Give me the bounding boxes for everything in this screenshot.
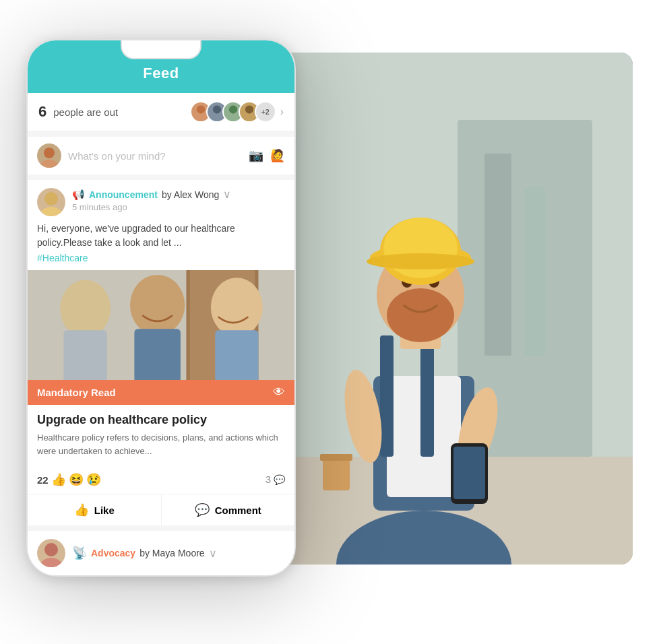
svg-point-47 xyxy=(40,558,62,567)
reaction-thumbsup[interactable]: 👍 xyxy=(51,472,66,487)
advocacy-expand-icon[interactable]: ∨ xyxy=(209,547,217,560)
svg-point-36 xyxy=(40,207,62,216)
comment-icon: 💬 xyxy=(195,503,210,517)
card-header: 📢 Announcement by Alex Wong ∨ 5 minutes … xyxy=(28,180,294,222)
input-icons: 📷 🙋 xyxy=(249,148,285,163)
svg-rect-22 xyxy=(453,447,485,499)
svg-point-40 xyxy=(60,280,111,337)
svg-rect-2 xyxy=(484,154,511,356)
post-placeholder[interactable]: What's on your mind? xyxy=(68,150,242,162)
post-input-bar: What's on your mind? 📷 🙋 xyxy=(28,137,294,174)
phone-content: 6 people are out xyxy=(28,93,294,575)
reactions-left: 22 👍 😆 😢 xyxy=(37,472,101,487)
reaction-count: 22 xyxy=(37,474,49,486)
announcement-icon: 📢 xyxy=(72,189,85,201)
svg-point-27 xyxy=(213,105,221,113)
svg-point-29 xyxy=(229,105,237,113)
avatars-row: +2 › xyxy=(190,101,284,123)
svg-rect-3 xyxy=(525,187,545,356)
maya-moore-avatar xyxy=(37,539,65,567)
eye-icon: 👁 xyxy=(273,385,285,399)
mention-icon[interactable]: 🙋 xyxy=(270,148,285,163)
post-content: Upgrade on healthcare policy Healthcare … xyxy=(28,405,294,465)
phone-notch xyxy=(121,40,201,59)
svg-point-26 xyxy=(193,115,208,123)
phone-mockup: Feed 6 people are out xyxy=(26,39,296,577)
advocacy-card: 📡 Advocacy by Maya Moore ∨ xyxy=(28,531,294,575)
svg-point-20 xyxy=(367,253,474,269)
card-author: by Alex Wong xyxy=(162,189,219,200)
people-out-bar[interactable]: 6 people are out xyxy=(28,93,294,131)
card-hashtag[interactable]: #Healthcare xyxy=(37,253,285,263)
advocacy-icon: 📡 xyxy=(72,546,87,560)
svg-point-46 xyxy=(44,543,58,556)
people-out-left: 6 people are out xyxy=(38,103,118,121)
card-text: Hi, everyone, we've upgraded to our heal… xyxy=(37,222,285,250)
advocacy-meta: 📡 Advocacy by Maya Moore ∨ xyxy=(72,546,285,560)
card-meta: 📢 Announcement by Alex Wong ∨ 5 minutes … xyxy=(72,188,285,212)
svg-point-34 xyxy=(40,160,59,168)
people-out-count: 6 xyxy=(38,103,46,121)
card-time: 5 minutes ago xyxy=(72,202,285,212)
chevron-right-icon[interactable]: › xyxy=(280,106,284,118)
advocacy-type-line: 📡 Advocacy by Maya Moore ∨ xyxy=(72,546,285,560)
reactions-bar: 22 👍 😆 😢 3 💬 xyxy=(28,465,294,494)
comment-number: 3 xyxy=(265,474,271,485)
svg-rect-23 xyxy=(323,457,350,490)
like-label: Like xyxy=(94,505,115,516)
svg-point-32 xyxy=(242,115,256,123)
reaction-sad[interactable]: 😢 xyxy=(86,472,101,487)
post-excerpt: Healthcare policy refers to decisions, p… xyxy=(37,431,285,457)
svg-point-35 xyxy=(44,192,58,205)
camera-icon[interactable]: 📷 xyxy=(249,148,263,163)
svg-point-33 xyxy=(44,148,55,158)
card-type-line: 📢 Announcement by Alex Wong ∨ xyxy=(72,188,285,201)
reaction-laughing[interactable]: 😆 xyxy=(69,472,84,487)
comment-label: Comment xyxy=(215,505,261,516)
like-icon: 👍 xyxy=(74,503,89,517)
svg-point-30 xyxy=(226,115,240,123)
advocacy-author: by Maya Moore xyxy=(139,548,204,558)
svg-point-25 xyxy=(197,105,205,113)
card-expand-icon[interactable]: ∨ xyxy=(223,188,231,201)
comment-bubble-icon: 💬 xyxy=(274,474,285,485)
svg-point-28 xyxy=(210,115,224,123)
advocacy-label: Advocacy xyxy=(91,548,135,558)
action-bar: 👍 Like 💬 Comment xyxy=(28,494,294,525)
announcement-card: 📢 Announcement by Alex Wong ∨ 5 minutes … xyxy=(28,180,294,525)
post-title: Upgrade on healthcare policy xyxy=(37,413,285,427)
phone-body: Feed 6 people are out xyxy=(26,39,296,577)
card-body: Hi, everyone, we've upgraded to our heal… xyxy=(28,222,294,270)
svg-point-44 xyxy=(211,278,263,337)
svg-point-42 xyxy=(130,275,185,335)
svg-rect-24 xyxy=(320,454,352,461)
like-button[interactable]: 👍 Like xyxy=(28,494,162,525)
feed-title: Feed xyxy=(143,65,179,82)
comment-button[interactable]: 💬 Comment xyxy=(162,494,295,525)
svg-point-31 xyxy=(245,105,253,113)
user-avatar xyxy=(37,143,61,168)
mandatory-banner: Mandatory Read 👁 xyxy=(28,380,294,405)
comment-count-display: 3 💬 xyxy=(265,474,285,485)
post-image: Mandatory Read 👁 xyxy=(28,270,294,405)
svg-rect-9 xyxy=(420,335,434,457)
scene: Feed 6 people are out xyxy=(26,26,633,618)
mandatory-read-label: Mandatory Read xyxy=(37,387,116,398)
alex-wong-avatar xyxy=(37,188,65,216)
worker-photo xyxy=(255,53,633,565)
people-out-text: people are out xyxy=(53,106,118,118)
svg-rect-8 xyxy=(380,335,394,457)
card-type-label: Announcement xyxy=(89,189,158,200)
svg-point-14 xyxy=(387,288,454,342)
avatar-plus: +2 xyxy=(255,101,276,123)
